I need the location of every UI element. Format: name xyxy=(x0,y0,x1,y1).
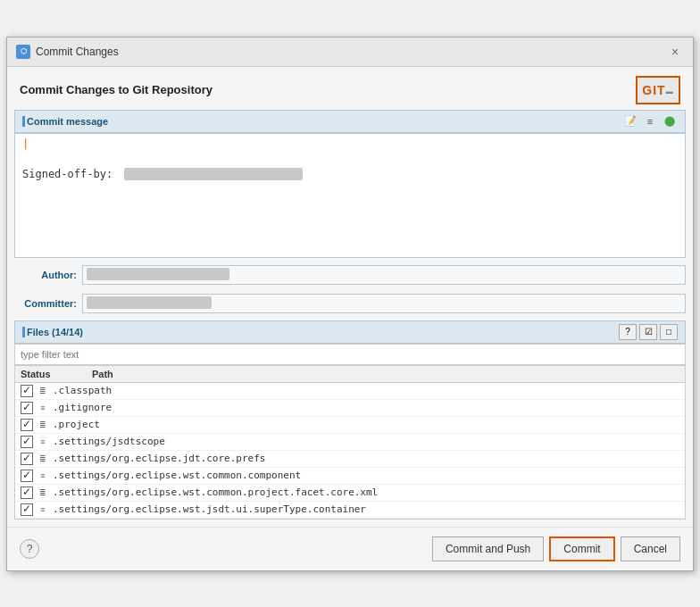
table-row: ≣.classpath xyxy=(15,383,685,400)
commit-message-header: Commit message 📝 ≡ ⬤ xyxy=(14,110,686,133)
table-row: ≣.settings/org.eclipse.jdt.core.prefs xyxy=(15,451,685,468)
file-type-icon: ≣ xyxy=(37,486,49,499)
col-path-header: Path xyxy=(92,369,679,379)
commit-and-push-button[interactable]: Commit and Push xyxy=(432,536,544,561)
filter-input[interactable] xyxy=(14,344,686,365)
committer-value-blurred xyxy=(87,296,212,309)
file-checkbox[interactable] xyxy=(21,385,33,397)
file-type-icon: ≣ xyxy=(37,385,49,397)
title-bar: ⬡ Commit Changes × xyxy=(7,37,693,67)
dialog-title: Commit Changes to Git Repository xyxy=(20,83,212,96)
committer-row: Committer: xyxy=(14,292,686,315)
dialog-footer: ? Commit and Push Commit Cancel xyxy=(7,527,693,570)
format-icon[interactable]: ≡ xyxy=(642,113,658,129)
file-checkbox[interactable] xyxy=(21,470,33,482)
table-row: ≡.settings/jsdtscope xyxy=(15,434,685,451)
file-name: .settings/org.eclipse.wst.jsdt.ui.superT… xyxy=(53,503,366,515)
author-label: Author: xyxy=(14,270,77,280)
git-logo: GIT ▬ xyxy=(636,76,680,104)
files-table-header: Status Path xyxy=(15,366,685,383)
files-help-btn[interactable]: ? xyxy=(619,324,637,340)
file-name: .gitignore xyxy=(53,402,112,413)
file-checkbox[interactable] xyxy=(21,486,33,499)
table-row: ≣.project xyxy=(15,417,685,434)
cancel-button[interactable]: Cancel xyxy=(621,536,680,561)
footer-left: ? xyxy=(20,539,427,559)
file-name: .project xyxy=(53,419,100,430)
signed-off-value xyxy=(124,168,303,180)
commit-message-textarea[interactable]: | Signed-off-by: xyxy=(14,133,686,258)
help-button[interactable]: ? xyxy=(20,539,39,559)
files-section: Files (14/14) ? ☑ □ Status Path ≣.classp… xyxy=(14,320,686,520)
title-bar-left: ⬡ Commit Changes xyxy=(16,45,119,59)
dialog-header: Commit Changes to Git Repository GIT ▬ xyxy=(7,67,693,110)
file-type-icon: ≡ xyxy=(37,503,49,516)
file-checkbox[interactable] xyxy=(21,419,33,431)
amend-icon[interactable]: 📝 xyxy=(622,113,638,129)
file-type-icon: ≡ xyxy=(37,402,49,414)
author-row: Author: xyxy=(14,263,686,287)
dialog-body: Commit message 📝 ≡ ⬤ | Signed-off-by: Au… xyxy=(7,110,693,527)
file-type-icon: ≣ xyxy=(37,419,49,431)
files-table: Status Path ≣.classpath≡.gitignore≣.proj… xyxy=(14,365,686,520)
commit-button[interactable]: Commit xyxy=(549,536,614,561)
table-row: ≣.settings/org.eclipse.wst.common.projec… xyxy=(15,485,685,502)
signed-off-label: Signed-off-by: xyxy=(22,168,112,180)
file-checkbox[interactable] xyxy=(21,503,33,516)
files-header: Files (14/14) ? ☑ □ xyxy=(14,320,686,344)
committer-label: Committer: xyxy=(14,298,77,309)
dialog-icon: ⬡ xyxy=(16,45,30,59)
file-name: .settings/jsdtscope xyxy=(53,436,165,447)
commit-message-icons: 📝 ≡ ⬤ xyxy=(622,113,678,129)
author-input[interactable] xyxy=(82,265,686,285)
file-type-icon: ≡ xyxy=(37,470,49,482)
table-row: ≡.gitignore xyxy=(15,400,685,417)
file-name: .settings/org.eclipse.jdt.core.prefs xyxy=(53,453,265,464)
files-header-icons: ? ☑ □ xyxy=(619,324,678,340)
file-name: .settings/org.eclipse.wst.common.project… xyxy=(53,486,378,498)
file-checkbox[interactable] xyxy=(21,436,33,448)
commit-message-section: Commit message 📝 ≡ ⬤ | Signed-off-by: xyxy=(14,110,686,258)
file-name: .classpath xyxy=(53,385,112,396)
status-icon[interactable]: ⬤ xyxy=(662,113,678,129)
commit-dialog: ⬡ Commit Changes × Commit Changes to Git… xyxy=(6,37,694,571)
files-header-title: Files (14/14) xyxy=(22,327,83,337)
file-checkbox[interactable] xyxy=(21,453,33,465)
title-bar-text: Commit Changes xyxy=(36,46,119,58)
files-check-all-btn[interactable]: ☑ xyxy=(639,324,657,340)
file-name: .settings/org.eclipse.wst.common.compone… xyxy=(53,470,301,481)
table-row: ≡.settings/org.eclipse.wst.jsdt.ui.super… xyxy=(15,502,685,519)
commit-message-title: Commit message xyxy=(22,116,108,127)
files-list: ≣.classpath≡.gitignore≣.project≡.setting… xyxy=(15,383,685,519)
author-value-blurred xyxy=(87,268,229,280)
file-type-icon: ≡ xyxy=(37,436,49,448)
committer-input[interactable] xyxy=(82,294,686,313)
close-button[interactable]: × xyxy=(666,43,684,61)
col-status-header: Status xyxy=(21,369,92,379)
file-type-icon: ≣ xyxy=(37,453,49,465)
table-row: ≡.settings/org.eclipse.wst.common.compon… xyxy=(15,468,685,485)
files-collapse-btn[interactable]: □ xyxy=(660,324,678,340)
file-checkbox[interactable] xyxy=(21,402,33,414)
